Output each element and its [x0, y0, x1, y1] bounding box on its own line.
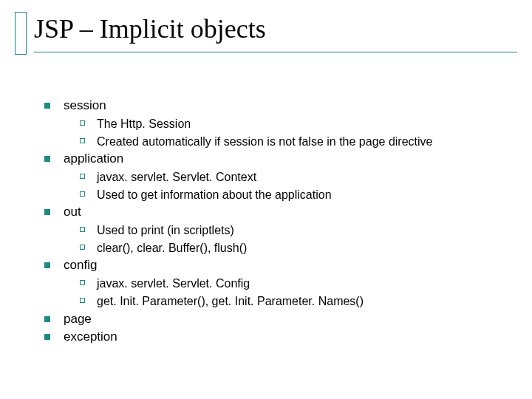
sub-list-item: Used to print (in scriptlets) [80, 222, 523, 239]
sub-list-item-label: Used to print (in scriptlets) [97, 222, 234, 239]
list-item-label: out [64, 204, 523, 221]
slide-body: session The Http. Session Created automa… [44, 96, 523, 346]
title-accent-box [15, 12, 27, 55]
sub-list-item: clear(), clear. Buffer(), flush() [80, 240, 523, 256]
sub-list-item: javax. servlet. Servlet. Config [80, 276, 523, 292]
list-item: page [44, 311, 523, 328]
sub-list-item: get. Init. Parameter(), get. Init. Param… [80, 293, 523, 310]
list-item-label: config [64, 257, 523, 274]
square-bullet-icon [44, 316, 50, 322]
title-area: JSP – Implicit objects [34, 15, 517, 52]
square-bullet-icon [44, 262, 50, 268]
hollow-square-bullet-icon [80, 227, 85, 232]
list-item-label: application [64, 151, 523, 168]
square-bullet-icon [44, 209, 50, 215]
sub-list-item: javax. servlet. Servlet. Context [80, 169, 523, 185]
sub-list-item-label: get. Init. Parameter(), get. Init. Param… [97, 293, 364, 310]
sub-list-item-label: Used to get information about the applic… [97, 187, 332, 203]
sub-list-item-label: Created automatically if session is not … [97, 134, 432, 150]
slide-title: JSP – Implicit objects [34, 15, 517, 49]
list-item-label: session [64, 98, 523, 115]
sub-list-item: Created automatically if session is not … [80, 134, 523, 150]
square-bullet-icon [44, 156, 50, 162]
hollow-square-bullet-icon [80, 280, 85, 285]
list-item: application javax. servlet. Servlet. Con… [44, 151, 523, 202]
slide: JSP – Implicit objects session The Http.… [0, 0, 532, 399]
sub-list-item-label: The Http. Session [97, 116, 191, 132]
list-item-content: out Used to print (in scriptlets) clear(… [64, 204, 523, 256]
hollow-square-bullet-icon [80, 191, 85, 197]
hollow-square-bullet-icon [80, 138, 85, 143]
title-underline [34, 52, 517, 52]
list-item: out Used to print (in scriptlets) clear(… [44, 204, 523, 256]
list-item-label: page [64, 311, 523, 328]
hollow-square-bullet-icon [80, 174, 85, 179]
list-item-content: exception [64, 329, 523, 346]
sub-list-item-label: javax. servlet. Servlet. Context [97, 169, 256, 185]
list-item-content: session The Http. Session Created automa… [64, 98, 523, 149]
list-item-label: exception [64, 329, 523, 346]
hollow-square-bullet-icon [80, 298, 85, 303]
list-item-content: application javax. servlet. Servlet. Con… [64, 151, 523, 202]
list-item: config javax. servlet. Servlet. Config g… [44, 257, 523, 309]
list-item: session The Http. Session Created automa… [44, 98, 523, 149]
hollow-square-bullet-icon [80, 120, 85, 126]
sub-list-item-label: clear(), clear. Buffer(), flush() [97, 240, 247, 256]
list-item-content: page [64, 311, 523, 328]
square-bullet-icon [44, 334, 50, 340]
list-item-content: config javax. servlet. Servlet. Config g… [64, 257, 523, 309]
sub-list-item: Used to get information about the applic… [80, 187, 523, 203]
list-item: exception [44, 329, 523, 346]
sub-list-item-label: javax. servlet. Servlet. Config [97, 276, 250, 292]
square-bullet-icon [44, 103, 50, 109]
hollow-square-bullet-icon [80, 245, 85, 250]
sub-list-item: The Http. Session [80, 116, 523, 132]
